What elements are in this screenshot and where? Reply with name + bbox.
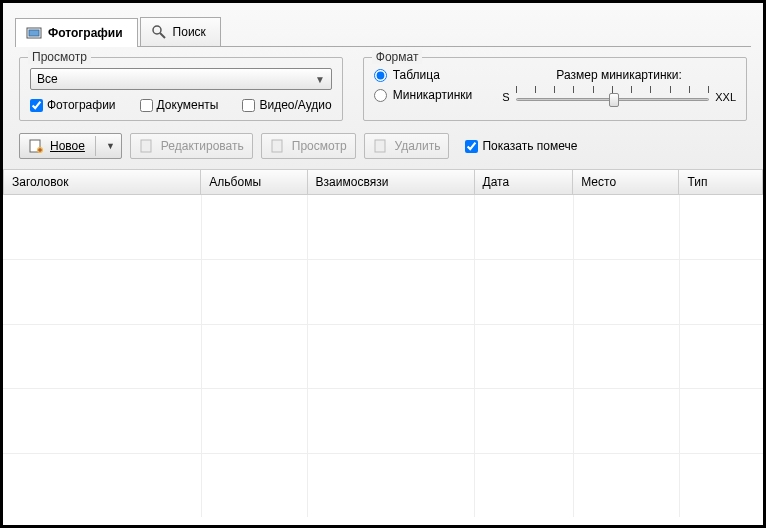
- chk-media[interactable]: Видео/Аудио: [242, 98, 331, 112]
- svg-rect-1: [29, 30, 39, 36]
- chk-media-label: Видео/Аудио: [259, 98, 331, 112]
- radio-table-label: Таблица: [393, 68, 440, 82]
- edit-button: Редактировать: [130, 133, 253, 159]
- svg-point-2: [153, 26, 161, 34]
- new-label: Новое: [50, 139, 85, 153]
- radio-table-input[interactable]: [374, 69, 387, 82]
- edit-icon: [139, 138, 155, 154]
- radio-thumbs[interactable]: Миникартинки: [374, 88, 472, 102]
- chevron-down-icon: ▼: [315, 74, 325, 85]
- tab-search-label: Поиск: [173, 25, 206, 39]
- toolbar: Новое ▼ Редактировать Просмотр: [15, 129, 751, 169]
- data-table: Заголовок Альбомы Взаимосвязи Дата Место…: [3, 169, 763, 517]
- chk-media-box[interactable]: [242, 99, 255, 112]
- col-title[interactable]: Заголовок: [4, 170, 201, 195]
- search-icon: [151, 24, 167, 40]
- tab-photos[interactable]: Фотографии: [15, 18, 138, 47]
- chk-docs[interactable]: Документы: [140, 98, 219, 112]
- svg-rect-7: [272, 140, 282, 152]
- chk-photos-label: Фотографии: [47, 98, 116, 112]
- chevron-down-icon: ▼: [106, 141, 119, 151]
- tab-search[interactable]: Поиск: [140, 17, 221, 46]
- format-fieldset: Формат Таблица Миникартинки Размер м: [363, 57, 747, 121]
- photo-icon: [26, 25, 42, 41]
- delete-label: Удалить: [395, 139, 441, 153]
- chk-photos[interactable]: Фотографии: [30, 98, 116, 112]
- view-select-value: Все: [37, 72, 58, 86]
- col-place[interactable]: Место: [573, 170, 679, 195]
- radio-thumbs-label: Миникартинки: [393, 88, 472, 102]
- slider-min-label: S: [502, 91, 509, 103]
- col-type[interactable]: Тип: [679, 170, 763, 195]
- col-albums[interactable]: Альбомы: [201, 170, 307, 195]
- chk-show-tagged[interactable]: Показать помече: [465, 139, 577, 153]
- view-button: Просмотр: [261, 133, 356, 159]
- tab-photos-label: Фотографии: [48, 26, 123, 40]
- svg-line-3: [160, 33, 165, 38]
- slider-handle[interactable]: [609, 93, 619, 107]
- tab-bar: Фотографии Поиск: [15, 17, 751, 47]
- view-select[interactable]: Все ▼: [30, 68, 332, 90]
- delete-icon: [373, 138, 389, 154]
- format-legend: Формат: [372, 50, 423, 64]
- radio-thumbs-input[interactable]: [374, 89, 387, 102]
- new-icon: [28, 138, 44, 154]
- chk-show-tagged-box[interactable]: [465, 140, 478, 153]
- chk-photos-box[interactable]: [30, 99, 43, 112]
- view-label: Просмотр: [292, 139, 347, 153]
- thumb-size-label: Размер миникартинки:: [502, 68, 736, 82]
- col-date[interactable]: Дата: [474, 170, 573, 195]
- slider-max-label: XXL: [715, 91, 736, 103]
- chk-show-tagged-label: Показать помече: [482, 139, 577, 153]
- col-relations[interactable]: Взаимосвязи: [307, 170, 474, 195]
- new-button[interactable]: Новое ▼: [19, 133, 122, 159]
- svg-rect-6: [141, 140, 151, 152]
- thumb-size-slider[interactable]: [516, 86, 710, 108]
- view-icon: [270, 138, 286, 154]
- view-legend: Просмотр: [28, 50, 91, 64]
- svg-rect-8: [375, 140, 385, 152]
- chk-docs-box[interactable]: [140, 99, 153, 112]
- delete-button: Удалить: [364, 133, 450, 159]
- view-fieldset: Просмотр Все ▼ Фотографии Документы: [19, 57, 343, 121]
- table-body-empty: [3, 195, 763, 517]
- radio-table[interactable]: Таблица: [374, 68, 472, 82]
- chk-docs-label: Документы: [157, 98, 219, 112]
- edit-label: Редактировать: [161, 139, 244, 153]
